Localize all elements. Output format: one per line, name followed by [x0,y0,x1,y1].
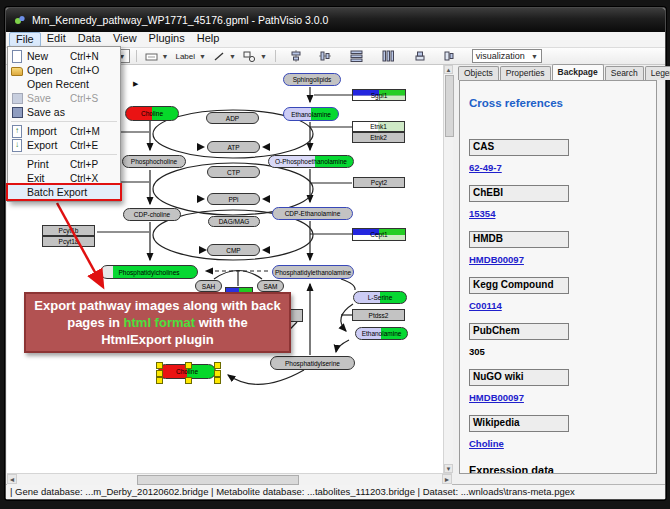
node-ethanolamine[interactable]: Ethanolamine [355,327,408,340]
tab-search[interactable]: Search [605,66,644,80]
selection-handle[interactable] [185,362,192,369]
node-ctp[interactable]: CTP [207,166,260,178]
node-sgpl1[interactable]: Sgpl1 [352,89,406,101]
menu-item-label: Exit [27,172,66,184]
distribute-vertical-button[interactable] [348,49,365,63]
node-l-serine[interactable]: L-Serine [353,291,407,304]
tab-legend[interactable]: Legend [645,66,670,80]
tab-backpage[interactable]: Backpage [552,64,604,80]
stack-horizontal-button[interactable] [441,49,457,63]
node-phosphatidylethanolamine[interactable]: Phosphatidylethanolamine [272,265,354,279]
selection-handle[interactable] [156,377,163,384]
node-dag-mag[interactable]: DAG/MAG [208,216,260,227]
tab-objects[interactable]: Objects [458,66,499,80]
canvas-horizontal-scrollbar[interactable]: ◄ ► [7,473,452,485]
node-label: SAM [263,283,277,290]
node-choline[interactable]: Choline [158,364,216,379]
canvas-vertical-scrollbar[interactable]: ▲ ▼ [443,65,453,473]
toolbar-separator [136,50,137,62]
node-cdp-ethanolamine[interactable]: CDP-Ethanolamine [272,207,353,220]
selection-handle[interactable] [185,377,192,384]
menu-item-open-recent[interactable]: Open Recent▶ [8,77,120,91]
node-cmp[interactable]: CMP [207,244,260,256]
distribute-horizontal-button[interactable] [380,49,397,63]
align-center-button[interactable] [288,49,304,63]
crossref-link[interactable]: 15354 [469,208,495,219]
align-middle-button[interactable] [317,49,333,63]
scroll-up-icon[interactable]: ▲ [444,65,453,74]
node-cept1[interactable]: Cept1 [352,228,406,241]
menubar-item-view[interactable]: View [107,32,143,45]
scroll-down-icon[interactable]: ▼ [444,464,453,473]
node-etnk2[interactable]: Etnk2 [352,132,405,143]
node-atp[interactable]: ATP [207,141,260,153]
node-ppi[interactable]: PPi [207,193,260,205]
app-icon [14,14,26,26]
node-etnk1[interactable]: Etnk1 [352,121,405,132]
node-cdp-choline[interactable]: CDP-choline [123,208,181,221]
crossref-section-wikipedia: WikipediaCholine [469,415,649,451]
label-tool-button[interactable]: Label ▼ [173,49,208,63]
menu-item-save-as[interactable]: Save as [8,105,120,119]
menu-item-new[interactable]: NewCtrl+N [8,49,120,63]
crossref-link[interactable]: Choline [469,438,504,449]
crossref-title: PubChem [469,323,569,340]
crossref-link[interactable]: C00114 [469,300,502,311]
node-adp[interactable]: ADP [206,112,259,124]
vertical-scroll-thumb[interactable] [445,75,454,137]
node-ptdss2[interactable]: Ptdss2 [352,309,405,321]
datanode-tool-button[interactable]: ▼ [143,49,171,63]
node-phosphatidylserine[interactable]: Phosphatidylserine [270,356,355,370]
horizontal-scroll-thumb[interactable] [137,475,299,485]
crossref-title: Wikipedia [469,415,569,432]
title-bar[interactable]: Mm_Kennedy_pathway_WP1771_45176.gpml - P… [6,8,665,32]
menu-item-save[interactable]: SaveCtrl+S [8,91,120,105]
scroll-left-icon[interactable]: ◄ [7,474,17,484]
menu-item-label: Save as [27,106,66,118]
node-ethanolamine[interactable]: Ethanolamine [283,107,339,121]
crossref-section-kegg-compound: Kegg CompoundC00114 [469,277,649,313]
node-pcyt1b[interactable]: Pcyt1b [42,225,95,236]
node-label: ATP [227,144,239,151]
stack-vertical-button[interactable] [412,49,428,63]
menu-item-batch-export[interactable]: Batch Export [8,185,120,199]
selection-handle[interactable] [214,370,221,377]
crossref-section-hmdb: HMDBHMDB00097 [469,231,649,267]
visualization-value: visualization [476,51,525,61]
shape-tool-button[interactable]: ▼ [241,49,269,63]
menubar-item-data[interactable]: Data [72,32,107,45]
menubar-item-plugins[interactable]: Plugins [143,32,191,45]
node-phosphatidylcholines[interactable]: Phosphatidylcholines [100,265,198,279]
line-tool-button[interactable]: ▼ [211,49,238,63]
save-icon [12,93,23,104]
crossref-link[interactable]: HMDB00097 [469,392,524,403]
crossref-link[interactable]: 62-49-7 [469,162,502,173]
node-sphingolipids[interactable]: Sphingolipids [283,73,341,86]
backpage-content: Cross references CAS62-49-7ChEBI15354HMD… [459,80,657,474]
selection-handle[interactable] [214,362,221,369]
menubar-item-file[interactable]: File [9,32,41,47]
node-pcyt1a[interactable]: Pcyt1a [42,236,95,247]
node-choline[interactable]: Choline [125,106,179,121]
node-o-phosphoethanolamine[interactable]: O-Phosphoethanolamine [268,155,354,168]
menu-item-import[interactable]: ↑ImportCtrl+M [8,124,120,138]
tab-properties[interactable]: Properties [500,66,551,80]
menubar-item-help[interactable]: Help [191,32,226,45]
visualization-combobox[interactable]: visualization▼ [472,49,542,63]
selection-handle[interactable] [156,370,163,377]
selection-handle[interactable] [156,362,163,369]
crossref-link[interactable]: HMDB00097 [469,254,524,265]
node-sam[interactable]: SAM [257,280,284,292]
menu-item-open[interactable]: OpenCtrl+O [8,63,120,77]
new-file-icon [12,50,22,63]
selection-handle[interactable] [214,377,221,384]
node-pcyt2[interactable]: Pcyt2 [353,177,405,188]
node-label: Ethanolamine [362,330,402,337]
menu-item-export[interactable]: ↓ExportCtrl+E [8,138,120,152]
menubar-item-edit[interactable]: Edit [41,32,72,45]
menu-item-exit[interactable]: ExitCtrl+X [8,171,120,185]
node-phosphocholine[interactable]: Phosphocholine [122,155,186,168]
node-sah[interactable]: SAH [195,280,222,292]
scroll-right-icon[interactable]: ► [442,474,452,484]
menu-item-print[interactable]: PrintCtrl+P [8,157,120,171]
